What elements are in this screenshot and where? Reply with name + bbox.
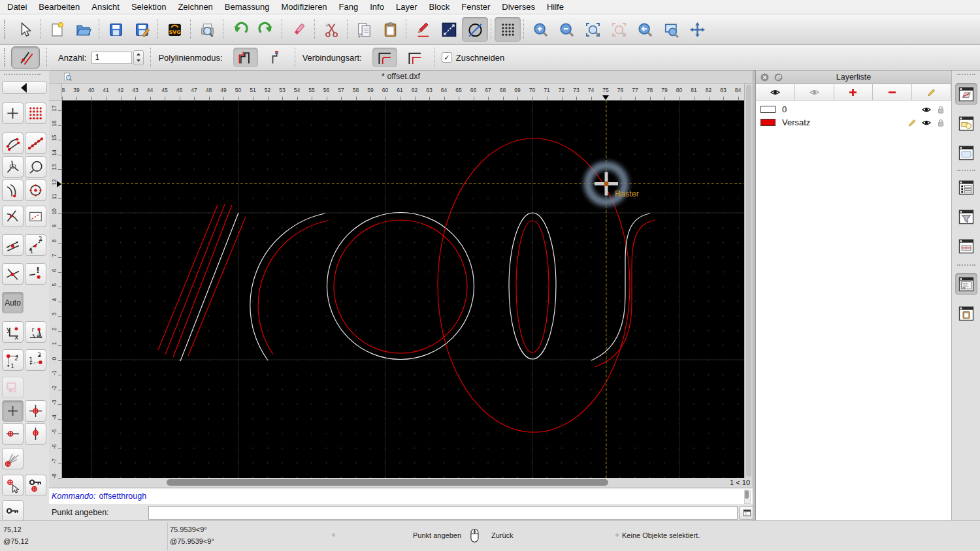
- edit-layer-button[interactable]: [912, 84, 951, 101]
- snap-auto-button[interactable]: Auto: [2, 292, 24, 313]
- menu-item-selektion[interactable]: Selektion: [125, 0, 172, 14]
- coordinate-polar-button[interactable]: ra: [25, 321, 46, 343]
- snap-intersection-entity-button[interactable]: [2, 156, 24, 178]
- layer-lock-icon[interactable]: [936, 104, 946, 115]
- snap-middle-button[interactable]: [2, 234, 24, 256]
- block-list-dock-button[interactable]: [955, 112, 977, 134]
- delete-button[interactable]: [286, 17, 312, 42]
- library-browser-dock-button[interactable]: [955, 142, 977, 164]
- property-editor-dock-button[interactable]: [955, 176, 977, 198]
- draw-pen-button[interactable]: [410, 17, 436, 42]
- layer-visibility-icon[interactable]: [921, 118, 932, 128]
- horizontal-scrollbar[interactable]: 1 < 10: [62, 478, 753, 488]
- menu-item-fang[interactable]: Fang: [333, 0, 365, 14]
- restrict-orthogonal-button[interactable]: [2, 377, 24, 398]
- lock-relative-zero-button[interactable]: [25, 475, 46, 496]
- snap-on-entity-button[interactable]: [25, 156, 46, 178]
- restrict-horizontal-button[interactable]: [2, 423, 24, 445]
- snap-distance-button[interactable]: 12: [25, 234, 46, 256]
- zoom-auto-button[interactable]: [580, 17, 606, 42]
- command-history-scrollbar-thumb[interactable]: [745, 490, 749, 499]
- polyline-mode-off-button[interactable]: [263, 48, 288, 67]
- paste-button[interactable]: [377, 17, 403, 42]
- snap-reference-button[interactable]: [25, 206, 46, 227]
- hide-all-layers-button[interactable]: [795, 84, 834, 101]
- file-open-button[interactable]: [70, 17, 96, 42]
- snap-points-on-entity-button[interactable]: [25, 133, 46, 154]
- restrict-both-button[interactable]: [25, 400, 46, 422]
- svg-export-button[interactable]: SVG: [161, 17, 188, 42]
- count-stepper[interactable]: [133, 50, 144, 65]
- relative-zero-lock-button[interactable]: [2, 500, 24, 522]
- command-history-scrollbar[interactable]: [744, 490, 751, 504]
- joint-round-button[interactable]: [372, 48, 397, 67]
- angle-protractor-button[interactable]: [2, 448, 24, 469]
- print-preview-button[interactable]: [194, 17, 220, 42]
- drawing-canvas[interactable]: Raster: [62, 101, 744, 478]
- vertical-scrollbar-thumb[interactable]: [746, 85, 751, 477]
- menu-item-zeichnen[interactable]: Zeichnen: [172, 0, 218, 14]
- set-relative-zero-button[interactable]: [2, 475, 24, 496]
- snap-tangent-button[interactable]: [2, 180, 24, 201]
- menu-item-bearbeiten[interactable]: Bearbeiten: [33, 0, 86, 14]
- menu-item-layer[interactable]: Layer: [390, 0, 423, 14]
- menu-item-modifizieren[interactable]: Modifizieren: [276, 0, 333, 14]
- snap-endpoints-button[interactable]: [2, 133, 24, 154]
- relative-cartesian-button[interactable]: 12: [2, 349, 24, 371]
- file-save-as-button[interactable]: [129, 17, 155, 42]
- restrict-none-button[interactable]: [2, 400, 24, 422]
- menu-item-datei[interactable]: Datei: [1, 0, 33, 14]
- line-tool-button[interactable]: [436, 17, 462, 42]
- menu-item-hilfe[interactable]: Hilfe: [541, 0, 570, 14]
- redo-button[interactable]: [253, 17, 279, 42]
- undo-button[interactable]: [227, 17, 253, 42]
- coordinate-cartesian-button[interactable]: yx: [2, 321, 24, 343]
- layer-list-dock-button[interactable]: [955, 83, 977, 105]
- zoom-in-button[interactable]: [527, 17, 553, 42]
- file-new-button[interactable]: [44, 17, 70, 42]
- view-previous-button[interactable]: [632, 17, 658, 42]
- zoom-window-button[interactable]: [658, 17, 684, 42]
- document-tab-bar[interactable]: * offset.dxf: [49, 71, 753, 84]
- snap-free-button[interactable]: [2, 102, 24, 124]
- snap-center-button[interactable]: [25, 180, 46, 201]
- menu-item-ansicht[interactable]: Ansicht: [86, 0, 125, 14]
- add-layer-button[interactable]: [834, 84, 874, 101]
- command-input[interactable]: [148, 506, 738, 520]
- pan-button[interactable]: [684, 17, 710, 42]
- misc-panel-dock-button[interactable]: [955, 235, 977, 257]
- menu-item-diverses[interactable]: Diverses: [496, 0, 541, 14]
- zoom-out-button[interactable]: [553, 17, 580, 42]
- joint-miter-button[interactable]: [402, 48, 427, 67]
- polyline-mode-on-button[interactable]: [233, 48, 258, 67]
- clipboard-panel-dock-button[interactable]: [955, 302, 977, 324]
- menu-item-fenster[interactable]: Fenster: [455, 0, 496, 14]
- zoom-selection-button[interactable]: [606, 17, 632, 42]
- count-stepper-down-icon[interactable]: [134, 57, 143, 65]
- layer-row[interactable]: 0: [756, 103, 951, 116]
- copy-button[interactable]: +: [351, 17, 377, 42]
- horizontal-scrollbar-thumb[interactable]: [167, 479, 608, 486]
- count-stepper-up-icon[interactable]: [134, 51, 143, 58]
- snap-intersection-button[interactable]: [2, 263, 24, 285]
- snap-intersection-manual-button[interactable]: !: [25, 263, 46, 285]
- layer-visibility-icon[interactable]: [921, 104, 932, 115]
- show-all-layers-button[interactable]: [756, 84, 795, 101]
- cut-button[interactable]: +: [318, 17, 344, 42]
- command-line-dock-button[interactable]: [955, 273, 977, 295]
- count-input[interactable]: [91, 52, 132, 64]
- file-save-button[interactable]: [103, 17, 129, 42]
- offset-tool-button[interactable]: [11, 46, 40, 69]
- layer-lock-icon[interactable]: [936, 118, 946, 128]
- back-button[interactable]: [2, 81, 47, 94]
- relative-polar-button[interactable]: 12: [25, 349, 46, 371]
- restrict-vertical-button[interactable]: [25, 423, 46, 445]
- layer-edit-icon[interactable]: [907, 118, 917, 128]
- remove-layer-button[interactable]: [873, 84, 912, 101]
- menu-item-block[interactable]: Block: [423, 0, 455, 14]
- snap-perpendicular-button[interactable]: [2, 206, 24, 227]
- vertical-scrollbar[interactable]: [744, 84, 753, 479]
- layer-row[interactable]: Versatz: [756, 116, 951, 129]
- ellipse-tool-button[interactable]: [462, 17, 488, 42]
- grid-toggle-button[interactable]: [495, 17, 521, 42]
